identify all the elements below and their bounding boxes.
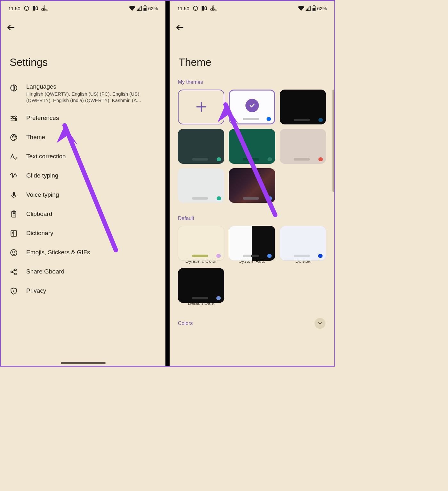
tile-accent-dot: [268, 157, 272, 161]
nav-handle: [61, 362, 106, 364]
setting-text-correction[interactable]: Text correction: [1, 147, 165, 166]
data-rate-unit: KB/s: [41, 8, 48, 11]
book-icon: [10, 229, 18, 238]
data-rate-unit: KB/s: [210, 8, 217, 11]
tile-accent-dot: [318, 157, 323, 161]
battery-percent: 62%: [317, 6, 327, 11]
svg-rect-29: [312, 8, 315, 11]
tile-spacebar: [192, 197, 208, 200]
svg-point-7: [15, 116, 16, 117]
page-title: Settings: [1, 33, 165, 78]
setting-label: Emojis, Stickers & GIFs: [26, 249, 156, 256]
theme-default-dark[interactable]: [178, 268, 224, 303]
tile-spacebar: [192, 297, 208, 299]
setting-preferences[interactable]: Preferences: [1, 108, 165, 128]
tile-spacebar: [294, 119, 310, 121]
share-icon: [10, 268, 18, 276]
setting-label: Languages: [26, 83, 156, 90]
setting-glide-typing[interactable]: Glide typing: [1, 166, 165, 185]
svg-point-9: [15, 119, 17, 121]
setting-label: Clipboard: [26, 210, 156, 218]
tile-spacebar: [243, 255, 259, 257]
setting-label: Dictionary: [26, 230, 156, 237]
svg-point-11: [13, 136, 14, 136]
palette-icon: [10, 133, 18, 142]
setting-privacy[interactable]: Privacy: [1, 281, 165, 300]
whatsapp-icon: [193, 5, 198, 11]
svg-point-12: [15, 137, 15, 137]
status-bar: 11:50 0 KB/s 62%: [170, 1, 334, 13]
status-time: 11:50: [8, 6, 20, 11]
theme-tile-beige[interactable]: [280, 129, 326, 164]
expand-colors-button[interactable]: [315, 318, 325, 329]
tile-accent-dot: [318, 118, 323, 122]
settings-screen: 11:50 4 KB/s 62% Settings Languages Hing…: [1, 1, 165, 366]
theme-default[interactable]: [280, 226, 326, 261]
emoji-icon: [10, 249, 18, 257]
scrollbar-indicator: [332, 90, 334, 192]
theme-dynamic-color[interactable]: [178, 226, 224, 261]
signal-icon: [306, 6, 311, 11]
setting-theme[interactable]: Theme: [1, 128, 165, 147]
svg-point-19: [14, 252, 15, 252]
svg-rect-13: [13, 192, 15, 196]
setting-dictionary[interactable]: Dictionary: [1, 224, 165, 243]
tile-accent-dot: [268, 196, 272, 200]
setting-sub: Hinglish (QWERTY), English (US) (PC), En…: [26, 91, 156, 103]
card-icon: [33, 6, 38, 11]
setting-languages[interactable]: Languages Hinglish (QWERTY), English (US…: [1, 78, 165, 108]
svg-point-8: [12, 118, 13, 119]
screenshot-divider: [165, 1, 170, 366]
theme-tile-slate[interactable]: [178, 129, 224, 164]
setting-emojis[interactable]: Emojis, Stickers & GIFs: [1, 243, 165, 262]
status-time: 11:50: [177, 6, 189, 11]
section-default: Default: [170, 214, 334, 226]
svg-point-18: [12, 252, 13, 252]
tile-spacebar: [192, 255, 208, 257]
page-title: Theme: [170, 33, 334, 78]
add-theme-tile[interactable]: [178, 90, 224, 124]
setting-voice-typing[interactable]: Voice typing: [1, 185, 165, 204]
theme-tile-black[interactable]: [280, 90, 326, 124]
wifi-icon: [129, 6, 135, 11]
signal-icon: [137, 6, 142, 11]
svg-rect-1: [33, 6, 35, 11]
setting-label: Privacy: [26, 287, 156, 294]
theme-tile-teal[interactable]: [229, 129, 275, 164]
tile-spacebar: [294, 255, 310, 257]
svg-point-10: [12, 137, 13, 137]
sliders-icon: [10, 114, 18, 123]
globe-icon: [10, 84, 18, 92]
gesture-icon: [10, 172, 18, 180]
selected-badge: [245, 99, 259, 112]
theme-tile-light[interactable]: [178, 168, 224, 203]
wifi-icon: [298, 6, 304, 11]
plus-icon: [195, 100, 208, 114]
back-arrow-icon[interactable]: [6, 23, 15, 32]
my-themes-grid: [170, 90, 334, 214]
svg-point-0: [24, 6, 29, 11]
section-my-themes: My themes: [170, 78, 334, 90]
section-colors: Colors: [178, 321, 193, 326]
check-icon: [249, 102, 256, 109]
setting-share-gboard[interactable]: Share Gboard: [1, 262, 165, 281]
tile-accent-dot: [216, 254, 221, 258]
back-arrow-icon[interactable]: [175, 23, 184, 32]
theme-screen: 11:50 0 KB/s 62% Theme My themes: [170, 1, 334, 366]
theme-tile-image[interactable]: [229, 168, 275, 203]
setting-label: Voice typing: [26, 191, 156, 198]
setting-label: Glide typing: [26, 172, 156, 179]
tile-spacebar: [243, 158, 259, 161]
chevron-down-icon: [317, 321, 323, 326]
card-icon: [202, 6, 207, 11]
whatsapp-icon: [24, 5, 29, 11]
tile-spacebar: [192, 158, 208, 161]
theme-tile-white[interactable]: [229, 90, 275, 124]
setting-label: Preferences: [26, 115, 156, 122]
theme-system-auto[interactable]: [229, 226, 275, 261]
clipboard-icon: [10, 210, 18, 218]
setting-clipboard[interactable]: Clipboard: [1, 204, 165, 224]
setting-label: Theme: [26, 134, 156, 141]
microphone-icon: [10, 191, 18, 199]
svg-point-17: [11, 249, 17, 256]
